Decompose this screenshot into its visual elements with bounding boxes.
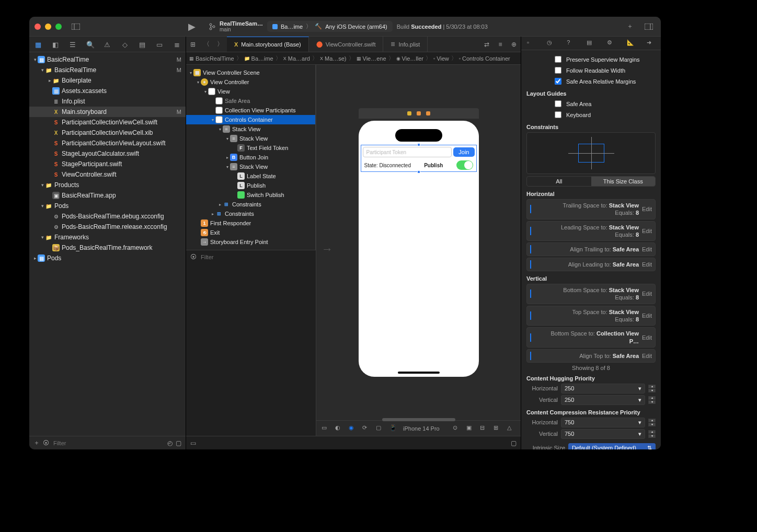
help-inspector-tab[interactable]: ? [567, 39, 575, 48]
edit-button[interactable]: Edit [642, 206, 652, 212]
edit-button[interactable]: Edit [642, 291, 652, 297]
first-responder-icon[interactable] [417, 111, 421, 115]
nav-item[interactable]: SStageParticipant.swift [29, 159, 186, 169]
jump-bar-segment[interactable]: ▫Controls Container [459, 55, 510, 62]
toggle-inspector-icon[interactable] [644, 22, 653, 31]
breakpoint-navigator-tab[interactable]: ▭ [156, 41, 163, 48]
jump-bar-segment[interactable]: XMa…se) [320, 55, 347, 62]
find-navigator-tab[interactable]: 🔍 [86, 41, 94, 48]
outline-item[interactable]: ▾≡Stack View [186, 162, 315, 171]
edit-button[interactable]: Edit [642, 313, 652, 319]
project-label[interactable]: RealTimeSam… main [220, 20, 263, 32]
outline-filter-input[interactable] [200, 253, 312, 261]
nav-item[interactable]: ▣BasicRealTime.app [29, 190, 186, 201]
source-control-navigator-tab[interactable]: ◧ [52, 41, 59, 48]
outline-item[interactable]: FText Field Token [186, 143, 315, 153]
outline-item[interactable]: ▸⊞Constraints [186, 200, 315, 209]
edit-button[interactable]: Edit [642, 246, 652, 252]
constraint-row[interactable]: Bottom Space to: Stack ViewEquals: 8Edit [526, 284, 656, 304]
readable-width-checkbox[interactable] [555, 67, 561, 74]
ib-canvas[interactable]: Participant Token Join State: Disconnect… [316, 65, 521, 420]
jump-bar-segment[interactable]: ▦Vie…ene [357, 55, 386, 62]
nav-item[interactable]: ▾📁Products [29, 180, 186, 190]
toggle-navigator-icon[interactable] [71, 22, 81, 31]
edit-button[interactable]: Edit [642, 228, 652, 234]
nav-item[interactable]: 📦Pods_BasicRealTime.framework [29, 242, 186, 253]
hugging-horizontal-field[interactable]: 250▾ [561, 384, 645, 394]
size-inspector-tab[interactable]: 📐 [627, 39, 635, 48]
constraint-row[interactable]: Leading Space to: Stack ViewEquals: 8Edi… [526, 221, 656, 241]
add-tab-button[interactable]: ＋ [625, 22, 635, 31]
constraint-diagram[interactable] [526, 132, 656, 174]
nav-item[interactable]: SParticipantCollectionViewLayout.swift [29, 138, 186, 148]
navigator-filter-input[interactable] [52, 440, 164, 447]
zoom-button[interactable]: ⊙ [453, 424, 461, 433]
file-inspector-tab[interactable]: ▫ [527, 39, 535, 48]
minimap-button[interactable]: ▢ [511, 440, 517, 447]
scheme-selector[interactable]: Ba…ime 〉 🔨 Any iOS Device (arm64) [267, 21, 393, 32]
outline-item[interactable]: ▾≡Stack View [186, 134, 315, 143]
nav-item[interactable]: SViewController.swift [29, 169, 186, 180]
pin-button[interactable]: ⊞ [494, 424, 502, 433]
device-config-button[interactable]: ▢ [376, 424, 384, 433]
debug-navigator-tab[interactable]: ▤ [139, 41, 146, 48]
editor-tab[interactable]: ⬤ViewController.swift [309, 37, 384, 52]
token-textfield[interactable]: Participant Token [363, 147, 452, 157]
jump-bar-segment[interactable]: ▦BasicRealTime [189, 55, 234, 62]
nav-item[interactable]: ▸📁Boilerplate [29, 75, 186, 86]
nav-item[interactable]: XParticipantCollectionViewCell.xib [29, 128, 186, 138]
publish-switch[interactable] [456, 160, 473, 170]
edit-button[interactable]: Edit [642, 261, 652, 268]
recent-files-button[interactable]: ⇄ [480, 37, 494, 52]
debug-toggle-button[interactable]: ▭ [190, 440, 196, 447]
nav-item[interactable]: ⚙Pods-BasicRealTime.debug.xcconfig [29, 211, 186, 222]
compression-vertical-field[interactable]: 750▾ [561, 429, 645, 439]
appearance-button[interactable]: ◉ [349, 424, 357, 433]
outline-item[interactable]: Switch Publish [186, 190, 315, 200]
constraint-row[interactable]: Trailing Space to: Stack ViewEquals: 8Ed… [526, 199, 656, 219]
nav-item[interactable]: SStageLayoutCalculator.swift [29, 148, 186, 159]
constraint-row[interactable]: Align Top to: Safe AreaEdit [526, 349, 656, 363]
zoom-icon[interactable] [55, 24, 62, 30]
editor-tab[interactable]: XMain.storyboard (Base) [227, 37, 309, 52]
outline-item[interactable]: 1First Responder [186, 218, 315, 228]
connections-inspector-tab[interactable]: ➜ [647, 39, 655, 48]
related-items-button[interactable]: ⊞ [186, 37, 200, 52]
add-files-button[interactable]: ＋ [33, 438, 40, 447]
seg-all[interactable]: All [527, 177, 591, 186]
jump-bar-segment[interactable]: ◉Vie…ller [396, 55, 423, 62]
issue-navigator-tab[interactable]: ⚠ [104, 41, 111, 48]
jump-bar[interactable]: ▦BasicRealTime〉📁Ba…ime〉XMa…ard〉XMa…se)〉▦… [186, 52, 521, 65]
identity-inspector-tab[interactable]: ▤ [587, 39, 595, 48]
scene-dock[interactable] [359, 108, 479, 119]
nav-item[interactable]: ▾📁Pods [29, 201, 186, 211]
test-navigator-tab[interactable]: ◇ [121, 41, 129, 48]
outline-item[interactable]: Safe Area [186, 96, 315, 106]
document-outline[interactable]: ▾▦View Controller Scene▾●View Controller… [186, 65, 316, 250]
nav-item[interactable]: ▸▦Pods [29, 253, 186, 263]
keyboard-guide-checkbox[interactable] [555, 111, 561, 118]
nav-item[interactable]: ≣Info.plist [29, 96, 186, 107]
constraint-row[interactable]: Align Leading to: Safe AreaEdit [526, 258, 656, 271]
join-button[interactable]: Join [453, 147, 474, 157]
outline-toggle-button[interactable]: ▭ [322, 424, 330, 433]
compression-horizontal-field[interactable]: 750▾ [561, 418, 645, 427]
jump-bar-segment[interactable]: ▫View [433, 55, 449, 62]
nav-item[interactable]: ▾📁BasicRealTimeM [29, 65, 186, 75]
safe-area-guide-checkbox[interactable] [555, 100, 561, 107]
outline-item[interactable]: LPublish [186, 181, 315, 190]
project-navigator-tab[interactable]: ▦ [35, 41, 42, 48]
jump-bar-segment[interactable]: XMa…ard [283, 55, 310, 62]
outline-item[interactable]: ▾▦View Controller Scene [186, 68, 315, 77]
add-editor-button[interactable]: ⊕ [507, 37, 521, 52]
outline-item[interactable]: ▾●View Controller [186, 77, 315, 87]
forward-button[interactable]: 〉 [213, 37, 227, 52]
scm-filter-icon[interactable]: ▢ [176, 440, 181, 447]
edit-button[interactable]: Edit [642, 353, 652, 359]
orientation-button[interactable]: ⟳ [362, 424, 371, 433]
intrinsic-size-popup[interactable]: Default (System Defined)⇅ [568, 443, 656, 449]
adjust-editor-button[interactable]: ≡ [494, 37, 507, 52]
safe-area-margins-checkbox[interactable] [555, 78, 561, 85]
canvas-scrollbar[interactable] [382, 418, 455, 421]
history-inspector-tab[interactable]: ◷ [547, 39, 555, 48]
